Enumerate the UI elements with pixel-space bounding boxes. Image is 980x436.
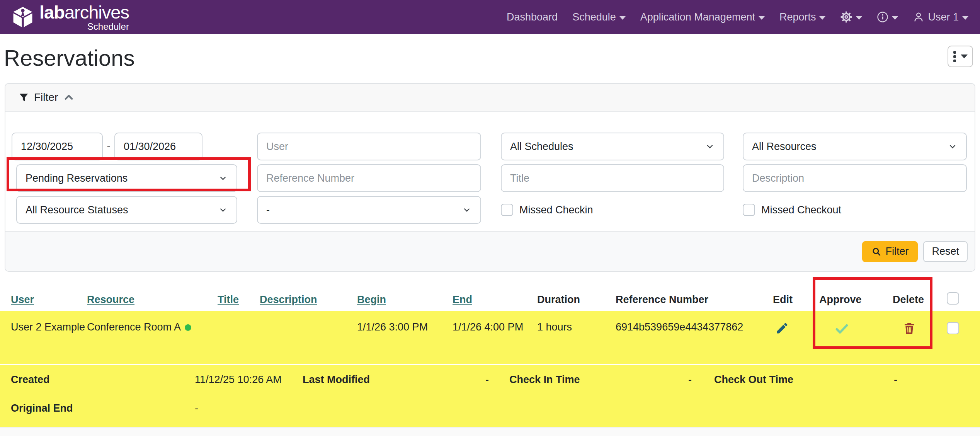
reset-filter-button[interactable]: Reset [923, 241, 968, 262]
nav-settings-menu[interactable] [840, 11, 862, 23]
edit-button[interactable] [775, 321, 789, 339]
pencil-icon [775, 321, 789, 335]
nav-info-menu[interactable] [877, 11, 898, 23]
chevron-down-icon [892, 16, 898, 20]
missed-checkout-checkbox[interactable] [743, 204, 755, 216]
apply-filter-label: Filter [885, 245, 909, 257]
chevron-up-icon [63, 92, 75, 103]
custom-attribute-select-value: - [266, 204, 270, 216]
trash-icon [902, 321, 916, 335]
reservation-status-select-value: Pending Reservations [26, 172, 128, 184]
chevron-down-icon [619, 16, 626, 20]
person-icon [913, 11, 924, 23]
filter-panel-header[interactable]: Filter [5, 84, 975, 112]
check-in-label: Check In Time [509, 374, 580, 386]
nav-dashboard[interactable]: Dashboard [507, 11, 558, 23]
filter-panel: Filter - All Schedules All Resources Pen… [5, 83, 975, 272]
header-user[interactable]: User [11, 294, 87, 306]
delete-button[interactable] [902, 321, 916, 339]
header-delete: Delete [893, 294, 947, 306]
resources-select[interactable]: All Resources [743, 133, 967, 160]
row-select-checkbox[interactable] [947, 322, 959, 334]
reservations-page: labarchives Scheduler Dashboard Schedule… [0, 0, 980, 436]
nav-reports-label: Reports [779, 11, 816, 23]
select-all-checkbox[interactable] [947, 292, 959, 305]
chevron-down-icon [819, 16, 825, 20]
nav-application-management[interactable]: Application Management [640, 11, 765, 23]
nav-application-management-label: Application Management [640, 11, 755, 23]
schedules-select[interactable]: All Schedules [501, 133, 724, 160]
cell-resource: Conference Room A [87, 320, 218, 334]
nav-schedule[interactable]: Schedule [572, 11, 626, 23]
missed-checkout-label: Missed Checkout [761, 204, 841, 216]
filter-panel-footer: Filter Reset [5, 231, 975, 271]
cube-logo-icon [12, 6, 34, 28]
info-icon [877, 11, 888, 23]
nav-dashboard-label: Dashboard [507, 11, 558, 23]
header-begin[interactable]: Begin [357, 294, 453, 306]
title-filter-input[interactable] [501, 164, 724, 192]
nav-user-label: User 1 [928, 11, 959, 23]
header-title[interactable]: Title [218, 294, 260, 306]
description-filter-input[interactable] [743, 164, 967, 192]
cell-edit [773, 320, 819, 339]
missed-checkin-checkbox[interactable] [501, 204, 513, 216]
cell-user: User 2 Example [11, 320, 87, 334]
reservations-table-header: User Resource Title Description Begin En… [0, 288, 980, 311]
reference-number-input[interactable] [257, 164, 481, 192]
table-footer-area [0, 428, 980, 436]
chevron-down-icon [856, 16, 862, 20]
nav-menu: Dashboard Schedule Application Managemen… [507, 11, 968, 23]
cell-delete [893, 320, 947, 339]
approve-button[interactable] [834, 321, 849, 341]
resource-status-select[interactable]: All Resource Statuses [16, 196, 237, 224]
created-value: 11/12/25 10:26 AM [195, 374, 282, 386]
check-in-value: - [653, 374, 692, 386]
labarchives-logo[interactable]: labarchives Scheduler [12, 3, 129, 31]
reservation-row: User 2 Example Conference Room A 1/1/26 … [0, 311, 980, 364]
cell-begin: 1/1/26 3:00 PM [357, 320, 453, 334]
kebab-icon [953, 51, 956, 62]
header-resource[interactable]: Resource [87, 294, 218, 306]
gear-icon [840, 11, 852, 23]
cell-approve [819, 320, 893, 341]
nav-user-menu[interactable]: User 1 [913, 11, 968, 23]
original-end-value: - [195, 402, 198, 414]
header-end[interactable]: End [453, 294, 537, 306]
check-out-label: Check Out Time [714, 374, 793, 386]
reservation-status-select[interactable]: Pending Reservations [16, 164, 237, 192]
page-actions-button[interactable] [948, 46, 973, 67]
last-modified-value: - [448, 374, 489, 386]
chevron-down-icon [759, 16, 765, 20]
schedules-select-value: All Schedules [510, 141, 573, 153]
chevron-down-icon [462, 205, 472, 215]
chevron-down-icon [705, 141, 715, 152]
date-to-input[interactable] [114, 133, 202, 160]
checkmark-icon [834, 321, 849, 337]
chevron-down-icon [962, 16, 968, 20]
missed-checkout-field: Missed Checkout [743, 196, 841, 224]
search-icon [871, 247, 881, 257]
user-filter-input[interactable] [257, 133, 481, 160]
date-from-input[interactable] [12, 133, 103, 160]
check-out-value: - [858, 374, 897, 386]
header-select-all [947, 292, 970, 307]
resources-select-value: All Resources [752, 141, 817, 153]
filter-panel-title: Filter [34, 91, 58, 104]
nav-reports[interactable]: Reports [779, 11, 826, 23]
missed-checkin-field: Missed Checkin [501, 196, 593, 224]
custom-attribute-select[interactable]: - [257, 196, 481, 224]
header-edit: Edit [773, 294, 819, 306]
created-label: Created [11, 374, 50, 386]
resource-status-select-value: All Resource Statuses [26, 204, 128, 216]
header-duration: Duration [537, 294, 616, 306]
brand-name: labarchives [39, 3, 129, 21]
last-modified-label: Last Modified [303, 374, 370, 386]
apply-filter-button[interactable]: Filter [862, 241, 918, 262]
chevron-down-icon [961, 54, 968, 58]
header-reference-number: Reference Number [616, 294, 773, 306]
original-end-label: Original End [11, 402, 73, 414]
chevron-down-icon [218, 205, 228, 215]
cell-reference-number: 6914b539659e4434377862 [616, 320, 773, 334]
header-description[interactable]: Description [260, 294, 357, 306]
